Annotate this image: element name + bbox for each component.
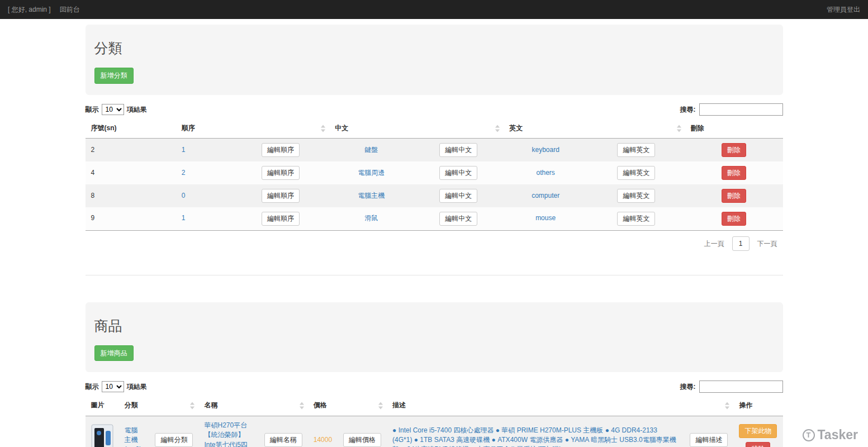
column-header-edit-price[interactable]: [338, 396, 387, 416]
edit-zh-button[interactable]: 編輯中文: [439, 143, 477, 157]
column-header-edit-zh[interactable]: [413, 118, 504, 139]
unpublish-button[interactable]: 下架此物: [739, 424, 777, 438]
column-header-edit-category[interactable]: [149, 396, 198, 416]
remove-button[interactable]: 移除: [746, 442, 770, 447]
front-site-link[interactable]: 回前台: [60, 5, 80, 15]
column-header-image[interactable]: 圖片: [86, 396, 119, 416]
column-header-sn[interactable]: 序號(sn): [86, 118, 176, 139]
page-length-select[interactable]: 10: [102, 381, 124, 392]
product-category-sn[interactable]: (sn:8): [125, 445, 144, 447]
category-order-value[interactable]: 1: [182, 146, 186, 154]
table-row: 2 1 編輯順序 鍵盤 編輯中文 keyboard 編輯英文 刪除: [86, 139, 783, 161]
sort-icon: [321, 125, 326, 132]
products-search-control: 搜尋:: [680, 381, 783, 393]
edit-name-button[interactable]: 編輯名稱: [264, 433, 302, 447]
table-row: 8 0 編輯順序 電腦主機 編輯中文 computer 編輯英文 刪除: [86, 184, 783, 207]
category-en-value[interactable]: keyboard: [532, 146, 559, 154]
tasker-logo-text: Tasker: [818, 427, 858, 443]
table-row: 9 1 編輯順序 滑鼠 編輯中文 mouse 編輯英文 刪除: [86, 207, 783, 230]
edit-en-button[interactable]: 編輯英文: [617, 212, 655, 226]
product-description: ● Intel Core i5-7400 四核心處理器 ● 華碩 PRIME H…: [392, 426, 679, 447]
column-header-edit-en[interactable]: [587, 118, 685, 139]
add-category-button[interactable]: 新增分類: [94, 68, 134, 84]
category-sn: 2: [86, 139, 176, 161]
edit-en-button[interactable]: 編輯英文: [617, 166, 655, 180]
column-header-price[interactable]: 價格: [308, 396, 338, 416]
column-header-order[interactable]: 順序: [176, 118, 232, 139]
table-row: 電腦主機 (sn:8) 編輯分類 華碩H270平台【統治榮師】Inte第七代i5…: [86, 416, 783, 447]
categories-table: 序號(sn) 順序 中文 英文 刪除 2 1 編輯順序 鍵盤 編輯中文 keyb…: [86, 118, 783, 231]
products-table-controls: 顯示10項結果 搜尋:: [86, 381, 783, 393]
category-order-value[interactable]: 2: [182, 169, 186, 177]
pagination-next[interactable]: 下一頁: [752, 236, 783, 251]
category-sn: 9: [86, 207, 176, 230]
search-input[interactable]: [699, 381, 783, 393]
categories-length-control: 顯示10項結果: [86, 104, 147, 115]
edit-price-button[interactable]: 編輯價格: [343, 433, 381, 447]
column-header-en[interactable]: 英文: [504, 118, 587, 139]
edit-order-button[interactable]: 編輯順序: [262, 212, 300, 226]
sort-icon: [495, 125, 500, 132]
category-en-value[interactable]: others: [536, 169, 554, 177]
edit-en-button[interactable]: 編輯英文: [617, 189, 655, 203]
sort-icon: [378, 402, 383, 410]
categories-search-control: 搜尋:: [680, 103, 783, 116]
column-header-name[interactable]: 名稱: [198, 396, 258, 416]
sort-icon: [190, 402, 195, 410]
show-label: 顯示: [86, 106, 99, 113]
tasker-logo-icon: T: [803, 429, 815, 441]
category-sn: 8: [86, 184, 176, 207]
page-length-select[interactable]: 10: [102, 104, 124, 115]
category-zh-value[interactable]: 電腦周邊: [358, 169, 385, 177]
column-header-desc[interactable]: 描述: [387, 396, 684, 416]
table-row: 4 2 編輯順序 電腦周邊 編輯中文 others 編輯英文 刪除: [86, 161, 783, 184]
edit-zh-button[interactable]: 編輯中文: [439, 166, 477, 180]
column-header-zh[interactable]: 中文: [329, 118, 413, 139]
edit-en-button[interactable]: 編輯英文: [617, 143, 655, 157]
category-zh-value[interactable]: 滑鼠: [364, 214, 378, 222]
tasker-watermark: T Tasker: [803, 427, 858, 443]
delete-category-button[interactable]: 刪除: [722, 143, 746, 157]
column-header-edit-desc[interactable]: [684, 396, 733, 416]
edit-order-button[interactable]: 編輯順序: [262, 189, 300, 203]
edit-order-button[interactable]: 編輯順序: [262, 143, 300, 157]
edit-zh-button[interactable]: 編輯中文: [439, 189, 477, 203]
logout-link[interactable]: 管理員登出: [827, 5, 860, 15]
product-category[interactable]: 電腦主機: [125, 426, 144, 445]
add-product-button[interactable]: 新增商品: [94, 345, 134, 362]
show-label: 顯示: [86, 383, 99, 391]
delete-category-button[interactable]: 刪除: [722, 189, 746, 203]
delete-category-button[interactable]: 刪除: [722, 212, 746, 226]
category-zh-value[interactable]: 電腦主機: [358, 192, 385, 199]
column-header-edit-order[interactable]: [232, 118, 330, 139]
edit-zh-button[interactable]: 編輯中文: [439, 212, 477, 226]
column-header-delete[interactable]: 刪除: [685, 118, 783, 139]
sort-icon: [725, 402, 730, 410]
search-input[interactable]: [699, 103, 783, 116]
edit-order-button[interactable]: 編輯順序: [262, 166, 300, 180]
category-en-value[interactable]: computer: [532, 192, 559, 199]
product-name[interactable]: 華碩H270平台【統治榮師】Inte第七代i5四核 1TB: [204, 421, 247, 447]
search-label: 搜尋:: [680, 383, 696, 391]
category-order-value[interactable]: 1: [182, 214, 186, 222]
results-label: 項結果: [127, 106, 147, 113]
category-zh-value[interactable]: 鍵盤: [364, 146, 378, 154]
search-label: 搜尋:: [680, 106, 696, 113]
category-sn: 4: [86, 161, 176, 184]
column-header-category[interactable]: 分類: [119, 396, 150, 416]
pagination-page-1[interactable]: 1: [732, 236, 750, 251]
sort-icon: [677, 125, 682, 132]
category-order-value[interactable]: 0: [182, 192, 186, 199]
pagination-prev[interactable]: 上一頁: [699, 236, 730, 251]
column-header-actions[interactable]: 操作: [733, 396, 782, 416]
column-header-edit-name[interactable]: [259, 396, 308, 416]
categories-title: 分類: [94, 39, 774, 58]
top-navbar: [ 您好, admin ] 回前台 管理員登出: [0, 0, 868, 19]
delete-category-button[interactable]: 刪除: [722, 166, 746, 180]
edit-category-button[interactable]: 編輯分類: [155, 433, 193, 447]
category-en-value[interactable]: mouse: [535, 214, 556, 222]
results-label: 項結果: [127, 383, 147, 391]
edit-desc-button[interactable]: 編輯描述: [690, 433, 728, 447]
sort-icon: [300, 402, 305, 410]
product-image[interactable]: [91, 424, 113, 447]
